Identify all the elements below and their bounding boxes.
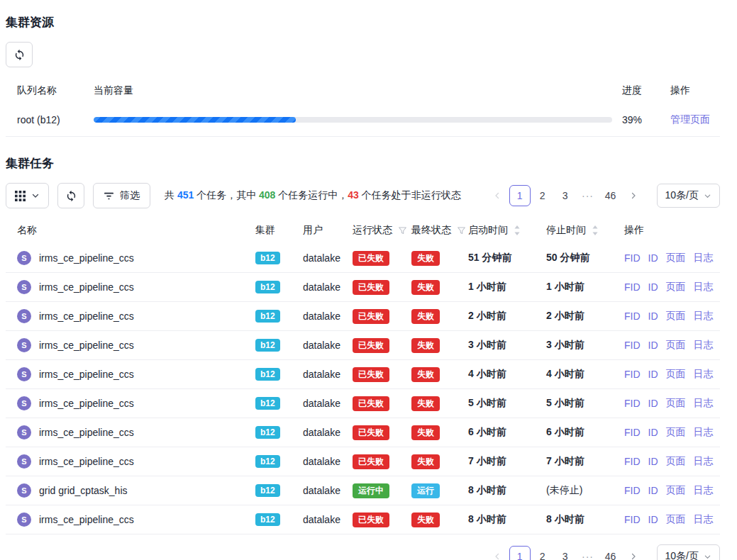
action-link-id[interactable]: ID bbox=[648, 281, 658, 293]
cluster-cell: b12 bbox=[255, 281, 303, 293]
action-link-fid[interactable]: FID bbox=[624, 369, 641, 380]
pagination-page-3[interactable]: 3 bbox=[555, 546, 576, 560]
action-link-id[interactable]: ID bbox=[648, 398, 658, 409]
header-run-status: 运行状态 bbox=[353, 224, 411, 237]
action-link-fid[interactable]: FID bbox=[624, 485, 641, 496]
action-link-页面[interactable]: 页面 bbox=[666, 281, 686, 293]
action-link-页面[interactable]: 页面 bbox=[666, 426, 686, 439]
stop-time-cell: 5 小时前 bbox=[546, 397, 624, 410]
task-name-label: irms_ce_pipeline_ccs bbox=[39, 252, 134, 264]
page-size-select[interactable]: 10条/页 bbox=[657, 184, 720, 208]
cluster-badge: b12 bbox=[255, 281, 280, 293]
task-name-label: irms_ce_pipeline_ccs bbox=[39, 369, 134, 380]
stop-time-cell: 3 小时前 bbox=[546, 339, 624, 352]
action-link-日志[interactable]: 日志 bbox=[694, 397, 714, 410]
sort-icon[interactable] bbox=[514, 225, 521, 235]
action-link-id[interactable]: ID bbox=[648, 369, 658, 380]
pagination-ellipsis[interactable]: ··· bbox=[577, 185, 599, 206]
chevron-left-icon bbox=[493, 552, 502, 560]
header-stop-time-label: 停止时间 bbox=[546, 224, 586, 237]
action-link-id[interactable]: ID bbox=[648, 310, 658, 322]
pagination-ellipsis[interactable]: ··· bbox=[577, 546, 599, 560]
avatar: S bbox=[17, 454, 31, 469]
final-status-badge: 失败 bbox=[411, 338, 440, 353]
pagination-page-3[interactable]: 3 bbox=[555, 185, 576, 206]
avatar: S bbox=[17, 513, 31, 527]
pagination-page-46[interactable]: 46 bbox=[600, 546, 621, 560]
action-link-页面[interactable]: 页面 bbox=[666, 310, 686, 323]
pagination-page-2[interactable]: 2 bbox=[532, 185, 553, 206]
action-link-日志[interactable]: 日志 bbox=[694, 368, 714, 381]
action-link-id[interactable]: ID bbox=[648, 252, 658, 264]
final-status-cell: 失败 bbox=[411, 513, 468, 527]
action-link-日志[interactable]: 日志 bbox=[694, 310, 714, 323]
table-row: Sgrid grid_cptask_hisb12datalake运行中运行8 小… bbox=[6, 476, 720, 505]
action-link-日志[interactable]: 日志 bbox=[694, 426, 714, 439]
action-link-fid[interactable]: FID bbox=[624, 456, 641, 467]
manage-page-link[interactable]: 管理页面 bbox=[670, 113, 710, 125]
resources-refresh-button[interactable] bbox=[6, 42, 33, 67]
final-status-badge: 失败 bbox=[411, 280, 440, 295]
action-link-日志[interactable]: 日志 bbox=[694, 484, 714, 497]
header-actions: 操作 bbox=[624, 224, 720, 237]
action-link-页面[interactable]: 页面 bbox=[666, 252, 686, 264]
action-link-fid[interactable]: FID bbox=[624, 514, 641, 525]
pagination-page-2[interactable]: 2 bbox=[532, 546, 553, 560]
task-name-label: irms_ce_pipeline_ccs bbox=[39, 310, 134, 322]
action-link-fid[interactable]: FID bbox=[624, 281, 641, 293]
action-link-日志[interactable]: 日志 bbox=[694, 455, 714, 468]
pagination-next-button[interactable] bbox=[623, 185, 644, 206]
final-status-cell: 失败 bbox=[411, 280, 468, 295]
filter-button-label: 筛选 bbox=[120, 189, 140, 202]
action-link-fid[interactable]: FID bbox=[624, 252, 641, 264]
avatar: S bbox=[17, 309, 31, 323]
task-name-cell: Sirms_ce_pipeline_ccs bbox=[6, 251, 255, 265]
action-link-页面[interactable]: 页面 bbox=[666, 368, 686, 381]
pagination-page-1[interactable]: 1 bbox=[509, 185, 531, 206]
pagination-prev-button[interactable] bbox=[487, 185, 508, 206]
filter-funnel-icon[interactable] bbox=[457, 226, 466, 235]
run-status-badge: 已失败 bbox=[353, 251, 389, 266]
start-time-cell: 4 小时前 bbox=[468, 368, 546, 381]
action-link-日志[interactable]: 日志 bbox=[694, 252, 714, 264]
action-link-页面[interactable]: 页面 bbox=[666, 339, 686, 352]
cluster-cell: b12 bbox=[255, 339, 303, 352]
page-size-select[interactable]: 10条/页 bbox=[657, 544, 720, 560]
chevron-right-icon bbox=[629, 552, 638, 560]
header-run-status-label: 运行状态 bbox=[353, 224, 392, 237]
action-link-id[interactable]: ID bbox=[648, 340, 658, 351]
avatar: S bbox=[17, 483, 31, 498]
pagination-page-1[interactable]: 1 bbox=[509, 546, 531, 560]
action-link-日志[interactable]: 日志 bbox=[694, 513, 714, 526]
cluster-resources-title: 集群资源 bbox=[6, 14, 720, 30]
filter-funnel-icon[interactable] bbox=[398, 226, 407, 235]
action-link-id[interactable]: ID bbox=[648, 427, 658, 438]
user-cell: datalake bbox=[303, 310, 353, 322]
pagination-page-46[interactable]: 46 bbox=[600, 185, 621, 206]
action-link-fid[interactable]: FID bbox=[624, 310, 641, 322]
action-link-页面[interactable]: 页面 bbox=[666, 513, 686, 526]
action-link-id[interactable]: ID bbox=[648, 514, 658, 525]
tasks-refresh-button[interactable] bbox=[57, 183, 84, 208]
action-link-id[interactable]: ID bbox=[648, 456, 658, 467]
cluster-badge: b12 bbox=[255, 252, 280, 264]
run-status-badge: 已失败 bbox=[353, 513, 389, 527]
pagination-next-button[interactable] bbox=[623, 546, 644, 560]
pagination-prev-button[interactable] bbox=[487, 546, 508, 560]
action-link-fid[interactable]: FID bbox=[624, 340, 641, 351]
action-link-fid[interactable]: FID bbox=[624, 427, 641, 438]
action-link-页面[interactable]: 页面 bbox=[666, 397, 686, 410]
action-link-fid[interactable]: FID bbox=[624, 398, 641, 409]
action-link-页面[interactable]: 页面 bbox=[666, 484, 686, 497]
sort-icon[interactable] bbox=[592, 225, 599, 235]
avatar: S bbox=[17, 396, 31, 410]
action-link-页面[interactable]: 页面 bbox=[666, 455, 686, 468]
action-link-日志[interactable]: 日志 bbox=[694, 281, 714, 293]
stop-time-cell: 2 小时前 bbox=[546, 310, 624, 323]
action-link-id[interactable]: ID bbox=[648, 485, 658, 496]
filter-button[interactable]: 筛选 bbox=[93, 183, 150, 208]
layout-switcher-button[interactable] bbox=[6, 183, 49, 208]
action-link-日志[interactable]: 日志 bbox=[694, 339, 714, 352]
run-status-badge: 已失败 bbox=[353, 454, 389, 469]
queue-name: root (b12) bbox=[6, 114, 94, 125]
